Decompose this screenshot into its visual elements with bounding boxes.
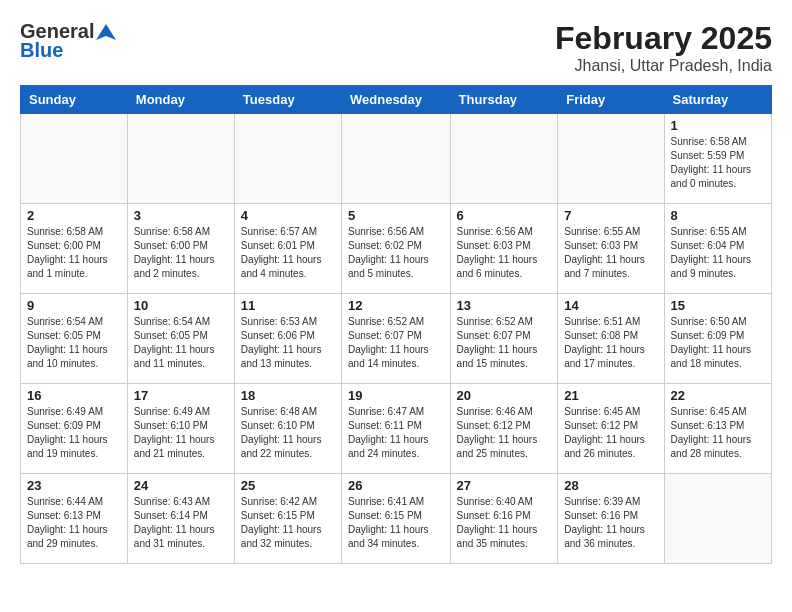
calendar-cell bbox=[21, 114, 128, 204]
day-number: 28 bbox=[564, 478, 657, 493]
day-info: Sunrise: 6:57 AM Sunset: 6:01 PM Dayligh… bbox=[241, 225, 335, 281]
day-info: Sunrise: 6:52 AM Sunset: 6:07 PM Dayligh… bbox=[348, 315, 444, 371]
day-number: 3 bbox=[134, 208, 228, 223]
day-info: Sunrise: 6:54 AM Sunset: 6:05 PM Dayligh… bbox=[134, 315, 228, 371]
calendar-title-area: February 2025 Jhansi, Uttar Pradesh, Ind… bbox=[555, 20, 772, 75]
day-number: 12 bbox=[348, 298, 444, 313]
logo-icon bbox=[96, 22, 116, 42]
day-number: 19 bbox=[348, 388, 444, 403]
calendar-week-1: 2Sunrise: 6:58 AM Sunset: 6:00 PM Daylig… bbox=[21, 204, 772, 294]
day-info: Sunrise: 6:53 AM Sunset: 6:06 PM Dayligh… bbox=[241, 315, 335, 371]
day-number: 16 bbox=[27, 388, 121, 403]
day-number: 26 bbox=[348, 478, 444, 493]
day-info: Sunrise: 6:45 AM Sunset: 6:13 PM Dayligh… bbox=[671, 405, 765, 461]
day-info: Sunrise: 6:58 AM Sunset: 6:00 PM Dayligh… bbox=[27, 225, 121, 281]
calendar-cell: 24Sunrise: 6:43 AM Sunset: 6:14 PM Dayli… bbox=[127, 474, 234, 564]
day-number: 10 bbox=[134, 298, 228, 313]
calendar-cell: 22Sunrise: 6:45 AM Sunset: 6:13 PM Dayli… bbox=[664, 384, 771, 474]
calendar-week-4: 23Sunrise: 6:44 AM Sunset: 6:13 PM Dayli… bbox=[21, 474, 772, 564]
calendar-cell: 7Sunrise: 6:55 AM Sunset: 6:03 PM Daylig… bbox=[558, 204, 664, 294]
calendar-cell: 26Sunrise: 6:41 AM Sunset: 6:15 PM Dayli… bbox=[342, 474, 451, 564]
calendar-cell: 12Sunrise: 6:52 AM Sunset: 6:07 PM Dayli… bbox=[342, 294, 451, 384]
calendar-cell: 3Sunrise: 6:58 AM Sunset: 6:00 PM Daylig… bbox=[127, 204, 234, 294]
calendar-cell: 16Sunrise: 6:49 AM Sunset: 6:09 PM Dayli… bbox=[21, 384, 128, 474]
day-info: Sunrise: 6:43 AM Sunset: 6:14 PM Dayligh… bbox=[134, 495, 228, 551]
calendar-cell: 28Sunrise: 6:39 AM Sunset: 6:16 PM Dayli… bbox=[558, 474, 664, 564]
calendar-table: SundayMondayTuesdayWednesdayThursdayFrid… bbox=[20, 85, 772, 564]
calendar-cell: 21Sunrise: 6:45 AM Sunset: 6:12 PM Dayli… bbox=[558, 384, 664, 474]
page-header: General Blue February 2025 Jhansi, Uttar… bbox=[20, 20, 772, 75]
day-info: Sunrise: 6:56 AM Sunset: 6:03 PM Dayligh… bbox=[457, 225, 552, 281]
calendar-cell: 10Sunrise: 6:54 AM Sunset: 6:05 PM Dayli… bbox=[127, 294, 234, 384]
day-info: Sunrise: 6:55 AM Sunset: 6:03 PM Dayligh… bbox=[564, 225, 657, 281]
calendar-cell bbox=[664, 474, 771, 564]
day-info: Sunrise: 6:58 AM Sunset: 5:59 PM Dayligh… bbox=[671, 135, 765, 191]
calendar-cell: 1Sunrise: 6:58 AM Sunset: 5:59 PM Daylig… bbox=[664, 114, 771, 204]
calendar-cell bbox=[234, 114, 341, 204]
calendar-week-3: 16Sunrise: 6:49 AM Sunset: 6:09 PM Dayli… bbox=[21, 384, 772, 474]
day-info: Sunrise: 6:47 AM Sunset: 6:11 PM Dayligh… bbox=[348, 405, 444, 461]
day-number: 23 bbox=[27, 478, 121, 493]
day-number: 17 bbox=[134, 388, 228, 403]
day-header-wednesday: Wednesday bbox=[342, 86, 451, 114]
day-number: 21 bbox=[564, 388, 657, 403]
calendar-cell: 23Sunrise: 6:44 AM Sunset: 6:13 PM Dayli… bbox=[21, 474, 128, 564]
day-number: 4 bbox=[241, 208, 335, 223]
logo-blue-text: Blue bbox=[20, 39, 63, 62]
calendar-cell: 19Sunrise: 6:47 AM Sunset: 6:11 PM Dayli… bbox=[342, 384, 451, 474]
day-number: 7 bbox=[564, 208, 657, 223]
calendar-cell: 25Sunrise: 6:42 AM Sunset: 6:15 PM Dayli… bbox=[234, 474, 341, 564]
calendar-cell bbox=[558, 114, 664, 204]
day-number: 20 bbox=[457, 388, 552, 403]
day-info: Sunrise: 6:56 AM Sunset: 6:02 PM Dayligh… bbox=[348, 225, 444, 281]
calendar-cell: 9Sunrise: 6:54 AM Sunset: 6:05 PM Daylig… bbox=[21, 294, 128, 384]
day-info: Sunrise: 6:48 AM Sunset: 6:10 PM Dayligh… bbox=[241, 405, 335, 461]
day-number: 25 bbox=[241, 478, 335, 493]
day-number: 9 bbox=[27, 298, 121, 313]
calendar-cell bbox=[450, 114, 558, 204]
day-number: 8 bbox=[671, 208, 765, 223]
calendar-cell: 2Sunrise: 6:58 AM Sunset: 6:00 PM Daylig… bbox=[21, 204, 128, 294]
day-header-sunday: Sunday bbox=[21, 86, 128, 114]
calendar-week-0: 1Sunrise: 6:58 AM Sunset: 5:59 PM Daylig… bbox=[21, 114, 772, 204]
calendar-cell: 8Sunrise: 6:55 AM Sunset: 6:04 PM Daylig… bbox=[664, 204, 771, 294]
day-header-friday: Friday bbox=[558, 86, 664, 114]
day-number: 2 bbox=[27, 208, 121, 223]
day-info: Sunrise: 6:41 AM Sunset: 6:15 PM Dayligh… bbox=[348, 495, 444, 551]
day-number: 22 bbox=[671, 388, 765, 403]
day-info: Sunrise: 6:52 AM Sunset: 6:07 PM Dayligh… bbox=[457, 315, 552, 371]
day-number: 18 bbox=[241, 388, 335, 403]
calendar-cell: 27Sunrise: 6:40 AM Sunset: 6:16 PM Dayli… bbox=[450, 474, 558, 564]
day-header-thursday: Thursday bbox=[450, 86, 558, 114]
day-number: 1 bbox=[671, 118, 765, 133]
day-info: Sunrise: 6:46 AM Sunset: 6:12 PM Dayligh… bbox=[457, 405, 552, 461]
svg-marker-0 bbox=[96, 24, 116, 40]
calendar-cell: 4Sunrise: 6:57 AM Sunset: 6:01 PM Daylig… bbox=[234, 204, 341, 294]
day-info: Sunrise: 6:42 AM Sunset: 6:15 PM Dayligh… bbox=[241, 495, 335, 551]
calendar-cell: 15Sunrise: 6:50 AM Sunset: 6:09 PM Dayli… bbox=[664, 294, 771, 384]
day-info: Sunrise: 6:45 AM Sunset: 6:12 PM Dayligh… bbox=[564, 405, 657, 461]
day-info: Sunrise: 6:40 AM Sunset: 6:16 PM Dayligh… bbox=[457, 495, 552, 551]
calendar-cell: 17Sunrise: 6:49 AM Sunset: 6:10 PM Dayli… bbox=[127, 384, 234, 474]
calendar-cell bbox=[127, 114, 234, 204]
day-header-monday: Monday bbox=[127, 86, 234, 114]
day-info: Sunrise: 6:54 AM Sunset: 6:05 PM Dayligh… bbox=[27, 315, 121, 371]
calendar-cell: 14Sunrise: 6:51 AM Sunset: 6:08 PM Dayli… bbox=[558, 294, 664, 384]
calendar-cell: 6Sunrise: 6:56 AM Sunset: 6:03 PM Daylig… bbox=[450, 204, 558, 294]
day-info: Sunrise: 6:39 AM Sunset: 6:16 PM Dayligh… bbox=[564, 495, 657, 551]
calendar-cell: 5Sunrise: 6:56 AM Sunset: 6:02 PM Daylig… bbox=[342, 204, 451, 294]
day-number: 15 bbox=[671, 298, 765, 313]
day-info: Sunrise: 6:51 AM Sunset: 6:08 PM Dayligh… bbox=[564, 315, 657, 371]
day-number: 24 bbox=[134, 478, 228, 493]
calendar-cell: 11Sunrise: 6:53 AM Sunset: 6:06 PM Dayli… bbox=[234, 294, 341, 384]
day-number: 27 bbox=[457, 478, 552, 493]
logo: General Blue bbox=[20, 20, 118, 62]
day-header-tuesday: Tuesday bbox=[234, 86, 341, 114]
day-number: 6 bbox=[457, 208, 552, 223]
calendar-header-row: SundayMondayTuesdayWednesdayThursdayFrid… bbox=[21, 86, 772, 114]
day-number: 11 bbox=[241, 298, 335, 313]
day-info: Sunrise: 6:55 AM Sunset: 6:04 PM Dayligh… bbox=[671, 225, 765, 281]
day-number: 5 bbox=[348, 208, 444, 223]
calendar-cell: 20Sunrise: 6:46 AM Sunset: 6:12 PM Dayli… bbox=[450, 384, 558, 474]
calendar-week-2: 9Sunrise: 6:54 AM Sunset: 6:05 PM Daylig… bbox=[21, 294, 772, 384]
